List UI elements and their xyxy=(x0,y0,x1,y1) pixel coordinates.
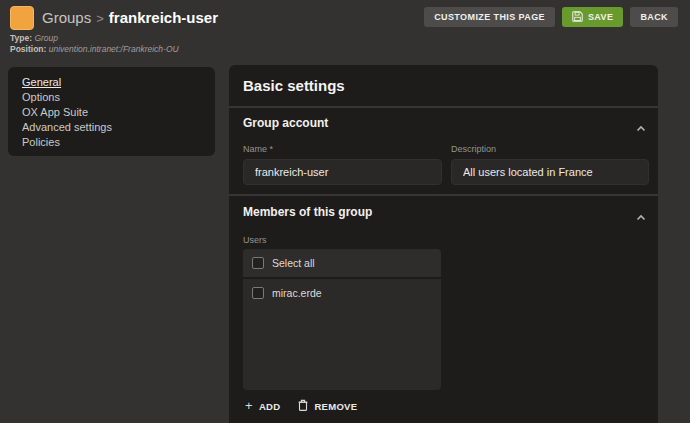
users-multiselect: Select all mirac.erde xyxy=(243,249,441,390)
user-label: mirac.erde xyxy=(272,287,322,299)
back-label: BACK xyxy=(640,12,668,22)
back-button[interactable]: BACK xyxy=(630,7,678,27)
select-all-checkbox[interactable] xyxy=(252,257,264,269)
type-label: Type: xyxy=(10,33,32,43)
breadcrumb-groups-link[interactable]: Groups xyxy=(42,9,91,26)
sidebar-item-ox-app-suite[interactable]: OX App Suite xyxy=(22,105,215,120)
page-title: frankreich-user xyxy=(109,9,218,26)
list-item[interactable]: mirac.erde xyxy=(243,279,441,306)
divider xyxy=(229,194,658,196)
groups-app-icon xyxy=(10,6,34,30)
position-label: Position: xyxy=(10,44,46,54)
basic-settings-panel: Basic settings Group account Name * Desc… xyxy=(229,65,658,423)
divider xyxy=(229,106,658,108)
select-all-label: Select all xyxy=(272,257,315,269)
save-button[interactable]: SAVE xyxy=(562,7,623,27)
section-group-account-title: Group account xyxy=(243,116,328,130)
settings-nav-sidebar: General Options OX App Suite Advanced se… xyxy=(8,67,215,156)
name-field-label: Name * xyxy=(243,144,273,154)
save-label: SAVE xyxy=(588,12,613,22)
header-actions: CUSTOMIZE THIS PAGE SAVE BACK xyxy=(424,7,678,27)
section-members-title: Members of this group xyxy=(243,205,372,219)
sidebar-item-general[interactable]: General xyxy=(22,75,215,90)
add-user-button[interactable]: + ADD xyxy=(245,401,280,412)
plus-icon: + xyxy=(245,401,253,411)
sidebar-item-policies[interactable]: Policies xyxy=(22,135,215,150)
section-group-account: Group account xyxy=(229,114,658,136)
select-all-row[interactable]: Select all xyxy=(243,249,441,277)
users-list[interactable]: mirac.erde xyxy=(243,279,441,390)
user-checkbox[interactable] xyxy=(252,287,264,299)
description-input[interactable] xyxy=(451,159,649,185)
sidebar-item-options[interactable]: Options xyxy=(22,90,215,105)
meta-position-line: Position: univention.intranet:/Frankreic… xyxy=(10,44,179,55)
position-value: univention.intranet:/Frankreich-OU xyxy=(49,44,179,54)
sidebar-item-advanced-settings[interactable]: Advanced settings xyxy=(22,120,215,135)
breadcrumb: Groups>frankreich-user xyxy=(42,8,218,29)
type-value: Group xyxy=(34,33,58,43)
remove-user-button[interactable]: REMOVE xyxy=(298,399,357,413)
remove-label: REMOVE xyxy=(314,401,357,412)
chevron-up-icon[interactable] xyxy=(636,208,646,216)
name-input[interactable] xyxy=(243,159,442,185)
chevron-up-icon[interactable] xyxy=(636,119,646,127)
panel-title: Basic settings xyxy=(243,77,345,94)
users-list-actions: + ADD REMOVE xyxy=(245,398,357,414)
section-members: Members of this group xyxy=(229,203,658,225)
customize-page-label: CUSTOMIZE THIS PAGE xyxy=(434,12,545,22)
umc-group-edit-page: Groups>frankreich-user Type: Group Posit… xyxy=(0,0,690,423)
trash-icon xyxy=(298,399,308,413)
object-meta: Type: Group Position: univention.intrane… xyxy=(10,33,179,55)
description-field-label: Description xyxy=(451,144,496,154)
breadcrumb-separator: > xyxy=(96,11,104,26)
save-floppy-icon xyxy=(572,11,583,24)
customize-page-button[interactable]: CUSTOMIZE THIS PAGE xyxy=(424,7,555,27)
add-label: ADD xyxy=(259,401,280,412)
users-list-label: Users xyxy=(243,235,267,245)
meta-type-line: Type: Group xyxy=(10,33,179,44)
